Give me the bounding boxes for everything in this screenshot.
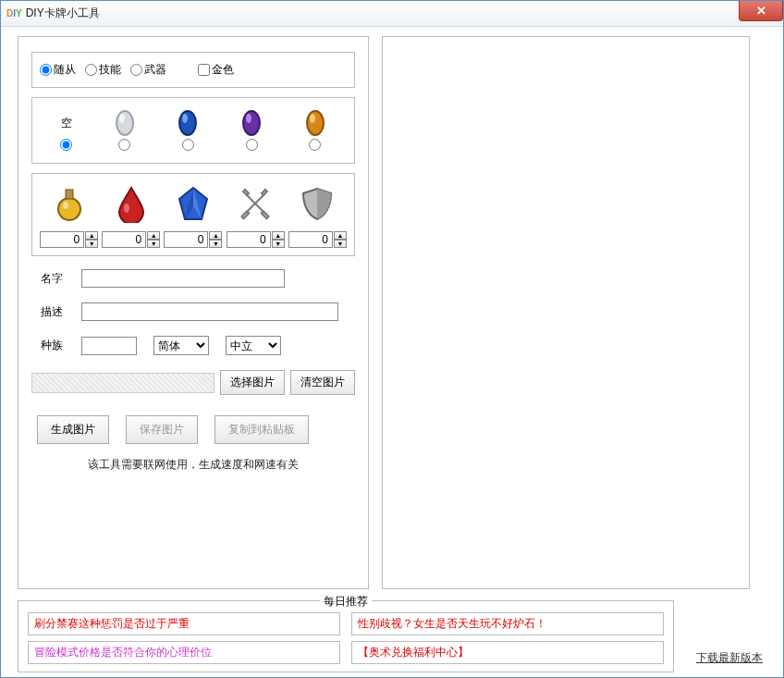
download-link[interactable]: 下载最新版本 [696,650,763,666]
gem-purple-icon [240,107,263,139]
mana-potion-icon [49,183,90,224]
armor-input[interactable] [288,231,333,248]
recommend-title: 每日推荐 [320,594,372,610]
name-input[interactable] [81,269,285,288]
checkbox-golden[interactable]: 金色 [198,62,234,78]
health-input-wrap: ▲▼ [102,231,160,248]
svg-point-11 [124,203,129,213]
recommend-link-2[interactable]: 性别歧视？女生是否天生玩不好炉石！ [351,612,664,635]
recommend-link-3[interactable]: 冒险模式价格是否符合你的心理价位 [28,641,340,664]
health-input[interactable] [102,231,146,248]
attack-up[interactable]: ▲ [272,231,285,240]
recommend-link-4[interactable]: 【奥术兑换福利中心】 [351,641,664,664]
svg-point-2 [179,111,196,135]
radio-spell[interactable]: 技能 [85,62,121,78]
mana-down[interactable]: ▼ [85,240,98,248]
svg-rect-9 [66,190,73,199]
race-input[interactable] [81,337,137,355]
armor-up[interactable]: ▲ [334,231,347,240]
preview-panel [382,36,750,589]
svg-rect-20 [262,211,269,218]
close-icon: ✕ [756,4,766,18]
svg-point-3 [182,114,188,123]
clear-image-button[interactable]: 清空图片 [290,370,355,395]
rarity-box: 空 [31,97,355,164]
desc-label: 描述 [31,304,81,320]
crystal-input-wrap: ▲▼ [164,231,222,248]
radio-minion[interactable]: 随从 [40,62,76,78]
attack-down[interactable]: ▼ [272,240,285,248]
app-window: DIY DIY卡牌小工具 ✕ 随从 技能 武器 金色 空 [0,0,784,678]
crystal-icon [173,183,214,224]
attack-input[interactable] [227,231,271,248]
select-image-button[interactable]: 选择图片 [220,370,285,395]
rarity-row: 空 [40,107,347,154]
desc-input[interactable] [81,302,338,321]
rarity-epic [240,107,263,154]
mana-up[interactable]: ▲ [85,231,98,240]
save-button[interactable]: 保存图片 [126,415,198,444]
race-label: 种族 [31,338,81,353]
form-panel: 随从 技能 武器 金色 空 [18,36,369,589]
gem-silver-icon [114,107,136,139]
shield-icon [297,183,337,224]
desc-row: 描述 [31,302,355,321]
gem-blue-icon [177,107,199,139]
image-path-display [31,373,214,393]
rarity-legendary [304,107,326,154]
svg-point-5 [246,114,251,123]
svg-point-10 [63,202,68,209]
svg-point-7 [310,114,315,123]
crystal-up[interactable]: ▲ [209,231,222,240]
rarity-radio-empty[interactable] [60,139,72,151]
svg-point-1 [119,114,125,123]
armor-down[interactable]: ▼ [334,240,347,248]
rarity-empty: 空 [60,107,72,154]
name-label: 名字 [31,271,81,287]
blood-drop-icon [111,183,152,224]
crystal-down[interactable]: ▼ [209,240,222,248]
radio-weapon[interactable]: 武器 [130,62,166,78]
health-down[interactable]: ▼ [147,240,160,248]
health-up[interactable]: ▲ [147,231,160,240]
crystal-input[interactable] [164,231,208,248]
race-row: 种族 简体 中立 [31,336,355,355]
name-row: 名字 [31,269,355,288]
recommend-link-1[interactable]: 刷分禁赛这种惩罚是否过于严重 [28,612,340,635]
stats-box: ▲▼ ▲▼ ▲▼ ▲▼ ▲▼ [31,173,355,256]
rarity-radio-legendary[interactable] [309,139,321,151]
window-title: DIY卡牌小工具 [26,6,100,21]
mana-input-wrap: ▲▼ [40,231,98,248]
rarity-radio-epic[interactable] [246,139,258,151]
action-row: 生成图片 保存图片 复制到粘贴板 [31,415,355,444]
gem-orange-icon [304,107,326,139]
image-row: 选择图片 清空图片 [31,370,355,395]
svg-point-0 [116,111,133,135]
svg-point-8 [58,198,80,220]
network-note: 该工具需要联网使用，生成速度和网速有关 [31,457,355,473]
recommend-box: 每日推荐 刷分禁赛这种惩罚是否过于严重 性别歧视？女生是否天生玩不好炉石！ 冒险… [18,600,674,672]
copy-button[interactable]: 复制到粘贴板 [214,415,309,444]
rarity-radio-common[interactable] [118,139,130,151]
stats-icons [38,183,349,224]
svg-point-4 [243,111,260,135]
card-type-box: 随从 技能 武器 金色 [31,52,355,88]
close-button[interactable]: ✕ [739,1,783,21]
armor-input-wrap: ▲▼ [288,231,347,248]
app-logo: DIY [6,8,22,18]
rarity-rare [177,107,199,154]
mana-input[interactable] [40,231,84,248]
card-type-radios: 随从 技能 武器 金色 [40,62,347,78]
stats-inputs: ▲▼ ▲▼ ▲▼ ▲▼ ▲▼ [38,231,349,248]
rarity-radio-rare[interactable] [182,139,194,151]
client-area: 随从 技能 武器 金色 空 [1,27,783,677]
svg-rect-19 [242,211,250,218]
svg-point-6 [307,111,324,135]
rarity-common [114,107,136,154]
titlebar: DIY DIY卡牌小工具 ✕ [1,1,783,27]
generate-button[interactable]: 生成图片 [37,415,109,444]
attack-input-wrap: ▲▼ [227,231,285,248]
svg-marker-17 [262,190,267,195]
script-select[interactable]: 简体 [153,336,209,355]
faction-select[interactable]: 中立 [226,336,281,355]
